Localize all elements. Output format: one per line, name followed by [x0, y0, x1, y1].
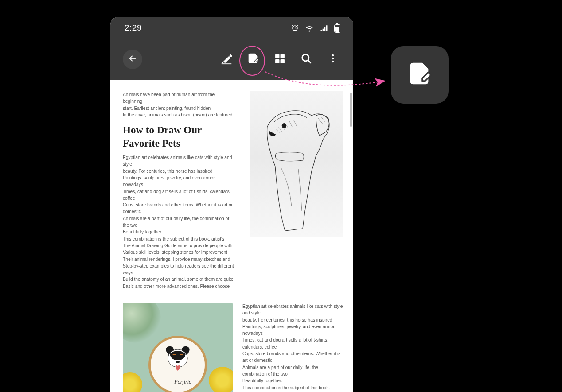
- status-icons: [291, 23, 340, 33]
- back-button[interactable]: [123, 50, 142, 69]
- grid-icon: [274, 53, 285, 66]
- callout-tile: [391, 46, 449, 104]
- svg-rect-5: [280, 54, 284, 58]
- text-line: This combination is the subject of this …: [123, 236, 234, 242]
- more-button[interactable]: [322, 49, 343, 70]
- embroidery-photo: Porfirio: [123, 303, 233, 392]
- battery-icon: [334, 23, 340, 33]
- dog-sketch-image: [250, 91, 343, 237]
- document-content[interactable]: Animals have been part of human art from…: [110, 80, 353, 392]
- text-line: Step-by-step examples to help readers se…: [123, 263, 234, 276]
- text-line: Egyptian art celebrates animals like cat…: [123, 154, 234, 168]
- scrollbar[interactable]: [350, 93, 352, 127]
- svg-rect-2: [336, 23, 338, 25]
- svg-rect-3: [222, 63, 232, 64]
- dog-face-svg: [160, 344, 195, 375]
- text-line: Times, cat and dog art sells a lot of t-…: [123, 188, 234, 202]
- alarm-icon: [291, 24, 299, 32]
- search-button[interactable]: [296, 49, 317, 70]
- highlighter-button[interactable]: [216, 49, 237, 70]
- text-line: The Animal Drawing Guide aims to provide…: [123, 242, 234, 249]
- svg-point-15: [180, 356, 183, 359]
- text-line: Egyptian art celebrates animals like cat…: [242, 303, 343, 317]
- status-time: 2:29: [125, 23, 142, 33]
- svg-point-11: [332, 61, 334, 62]
- text-line: This combination is the subject of this …: [242, 384, 343, 392]
- text-line: Paintings, sculptures, jewelry, and even…: [123, 175, 234, 188]
- svg-rect-7: [280, 59, 284, 63]
- note-edit-icon: [406, 60, 433, 89]
- text-line: beauty. For centuries, this horse has in…: [242, 317, 343, 323]
- phone-frame: 2:29: [110, 17, 353, 392]
- signal-icon: [320, 23, 328, 32]
- text-line: Beautifully together.: [123, 229, 234, 235]
- app-toolbar: [110, 39, 353, 80]
- text-line: Cups, store brands and other items. Whet…: [242, 350, 343, 364]
- text-line: Their animal renderings. I provide many …: [123, 256, 234, 263]
- text-line: Build the anatomy of an animal. some of …: [123, 276, 234, 283]
- arrow-left-icon: [128, 54, 137, 65]
- text-line: Animals are a part of our daily life, th…: [242, 364, 343, 378]
- svg-point-16: [176, 361, 180, 363]
- signature-text: Porfirio: [174, 378, 191, 386]
- intro-paragraph: Animals have been part of human art from…: [123, 91, 234, 118]
- more-vertical-icon: [328, 53, 338, 66]
- text-line: In the cave, animals such as bison (biso…: [123, 112, 234, 118]
- text-line: Various skill levels, stepping stones fo…: [123, 249, 234, 256]
- svg-rect-4: [275, 54, 279, 58]
- page-title: How to Draw Our Favorite Pets: [123, 124, 234, 150]
- grid-button[interactable]: [269, 49, 290, 70]
- body-paragraph: Egyptian art celebrates animals like cat…: [123, 154, 234, 290]
- note-edit-icon: [246, 52, 260, 67]
- svg-point-10: [332, 58, 334, 59]
- text-line: Beautifully together.: [242, 377, 343, 384]
- svg-rect-1: [335, 27, 339, 32]
- annotate-button[interactable]: [242, 49, 264, 70]
- svg-rect-6: [275, 59, 279, 63]
- dog-illustration-svg: [250, 91, 343, 237]
- wifi-icon: [305, 23, 314, 32]
- search-icon: [301, 53, 312, 66]
- text-line: start. Earliest ancient painting, found …: [123, 105, 234, 112]
- status-bar: 2:29: [110, 17, 353, 39]
- text-line: Animals are a part of our daily life, th…: [123, 215, 234, 229]
- text-line: Animals have been part of human art from…: [123, 91, 234, 105]
- text-line: Basic and other more advanced ones. Plea…: [123, 283, 234, 290]
- text-line: Paintings, sculptures, jewelry, and even…: [242, 323, 343, 337]
- text-line: beauty. For centuries, this horse has in…: [123, 168, 234, 175]
- text-line: Cups, store brands and other items. Whet…: [123, 202, 234, 215]
- text-line: Times, cat and dog art sells a lot of t-…: [242, 337, 343, 350]
- svg-point-14: [173, 356, 176, 359]
- highlighter-icon: [220, 52, 233, 67]
- svg-point-9: [332, 54, 334, 56]
- body-paragraph: Egyptian art celebrates animals like cat…: [242, 303, 343, 392]
